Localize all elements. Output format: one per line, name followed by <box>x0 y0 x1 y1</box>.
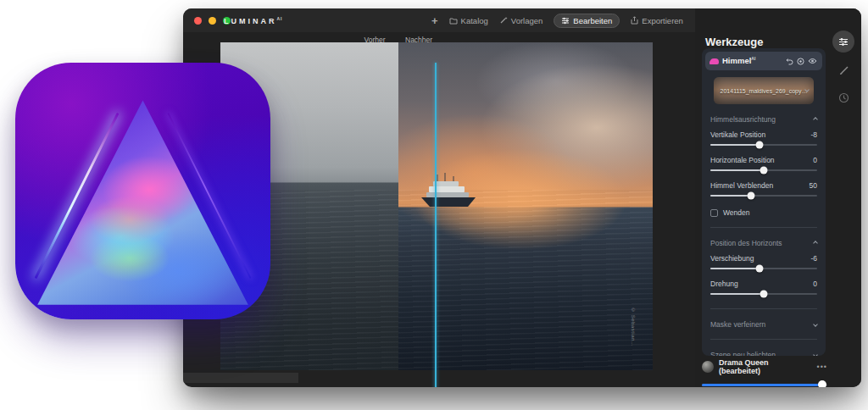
slider-horizontale-position: Horizontale Position0 <box>710 156 817 175</box>
tool-name: HimmelAI <box>722 56 755 65</box>
mask-target-icon[interactable] <box>797 58 804 65</box>
slider-track[interactable] <box>710 264 817 273</box>
sea-texture <box>398 190 653 370</box>
slider-knob[interactable] <box>755 265 763 273</box>
section-szene-neu-belichten[interactable]: Szene neu belichten <box>710 351 817 356</box>
slider-value: -8 <box>810 130 817 139</box>
slider-knob[interactable] <box>760 167 768 175</box>
close-button[interactable] <box>194 17 202 25</box>
sliders-icon <box>561 17 570 25</box>
sky-tool-icon <box>710 58 719 64</box>
panel-title: Werkzeuge <box>705 36 763 48</box>
nav-exportieren[interactable]: Exportieren <box>631 16 683 25</box>
chevron-up-icon <box>813 241 818 246</box>
app-logo: LUMINARAI <box>224 16 283 25</box>
wand-icon <box>499 16 508 25</box>
slider-track[interactable] <box>710 141 817 149</box>
slider-value: -6 <box>810 254 817 263</box>
slider-value: 0 <box>813 156 817 164</box>
slider-value: 50 <box>810 181 817 190</box>
bottom-strip <box>183 373 298 383</box>
chevron-up-icon <box>813 117 818 122</box>
nav-katalog[interactable]: Katalog <box>449 16 488 25</box>
app-badge: AI <box>277 16 283 21</box>
slider-himmel-verblenden: Himmel Verblenden50 <box>710 181 817 200</box>
preset-name: Drama Queen (bearbeitet) <box>719 358 812 375</box>
side-toolbar <box>831 30 856 107</box>
slider-vertikale-position: Vertikale Position-8 <box>710 130 817 149</box>
ship <box>420 173 477 210</box>
before-after-divider[interactable] <box>435 63 437 387</box>
preset-menu-button[interactable]: ••• <box>817 363 827 371</box>
section-himmelsausrichtung[interactable]: Himmelsausrichtung <box>710 115 817 124</box>
folder-icon <box>449 17 458 25</box>
nav-vorlagen[interactable]: Vorlagen <box>499 16 543 25</box>
slider-verschiebung: Verschiebung-6 <box>710 254 817 273</box>
preset-amount-slider[interactable] <box>702 380 827 387</box>
share-icon <box>631 16 638 25</box>
slider-knob[interactable] <box>760 291 768 298</box>
page: LUMINARAI + Katalog Vorlagen Bearbeiten <box>0 0 868 410</box>
section-position-des-horizonts[interactable]: Position des Horizonts <box>710 239 817 247</box>
preset-thumbnail <box>702 361 714 373</box>
himmel-tool-header[interactable]: HimmelAI <box>705 52 822 70</box>
chevron-down-icon <box>813 322 818 327</box>
slider-track[interactable] <box>710 166 817 175</box>
brush-icon[interactable] <box>838 64 849 80</box>
slider-track[interactable] <box>710 191 817 200</box>
edit-tools-button[interactable] <box>832 30 854 53</box>
slider-knob[interactable] <box>747 192 754 200</box>
slider-drehung: Drehung0 <box>710 280 817 298</box>
luminar-app-icon[interactable] <box>15 63 270 319</box>
himmel-tool-card: HimmelAI 20141115_maldives_269_copy… Him… <box>702 48 826 356</box>
wenden-checkbox-row[interactable]: Wenden <box>710 208 817 217</box>
top-nav: + Katalog Vorlagen Bearbeiten Exportiere… <box>431 8 683 32</box>
image-canvas: © Sebastian… <box>220 42 653 370</box>
copyright-watermark: © Sebastian… <box>631 308 636 346</box>
section-maske-verfeinern[interactable]: Maske verfeinern <box>710 320 817 329</box>
undo-icon[interactable] <box>786 58 793 65</box>
chevron-down-icon <box>813 352 818 356</box>
slider-track[interactable] <box>710 290 817 298</box>
luminar-window: LUMINARAI + Katalog Vorlagen Bearbeiten <box>183 8 861 387</box>
sky-image-dropdown[interactable]: 20141115_maldives_269_copy… <box>714 77 814 104</box>
minimize-button[interactable] <box>209 17 216 25</box>
history-clock-icon[interactable] <box>838 91 849 107</box>
slider-knob[interactable] <box>755 141 763 149</box>
preset-bar: Drama Queen (bearbeitet) ••• <box>702 358 827 387</box>
tools-panel: Werkzeuge HimmelAI <box>695 8 861 387</box>
prism-graphic <box>33 96 253 308</box>
add-photos-button[interactable]: + <box>431 14 438 27</box>
nav-bearbeiten[interactable]: Bearbeiten <box>554 14 620 28</box>
checkbox[interactable] <box>710 209 718 217</box>
slider-knob[interactable] <box>818 380 826 387</box>
slider-value: 0 <box>813 280 817 288</box>
visibility-eye-icon[interactable] <box>808 58 817 64</box>
photo-after: © Sebastian… <box>398 42 653 370</box>
